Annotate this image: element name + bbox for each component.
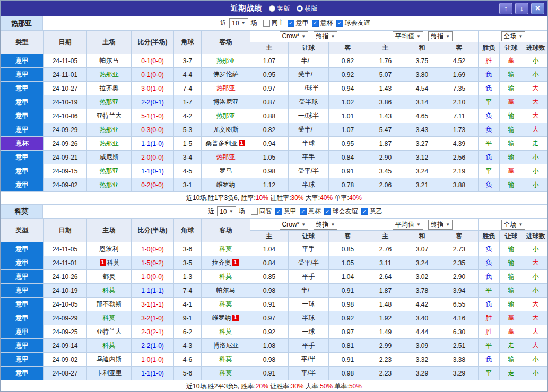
home-team: 热那亚 <box>87 68 132 82</box>
radio-icon[interactable] <box>297 5 303 12</box>
avg-home: 2.64 <box>367 270 404 284</box>
result-outcome: 负 <box>479 178 500 192</box>
odds-handicap: 一/球半 <box>289 109 329 123</box>
average-select[interactable]: 平均值▼ <box>393 220 423 230</box>
sub-header-goals: 进球数 <box>523 42 548 54</box>
team-name-text: 热那亚 <box>216 153 236 161</box>
match-count-select[interactable]: 10▼ <box>217 206 236 216</box>
checkbox-icon[interactable] <box>263 20 270 27</box>
checkbox-icon[interactable]: ✓ <box>288 20 294 27</box>
league-cell: 意甲 <box>1 367 44 380</box>
handicap-time-select[interactable]: 终指▼ <box>314 31 338 41</box>
score-cell: 0-1(0-0) <box>132 54 174 68</box>
team-name-text: 帕尔马 <box>216 286 236 294</box>
layout-radio-horizontal[interactable]: 横版 <box>297 4 318 13</box>
layout-radio-vertical[interactable]: 竖版 <box>269 4 290 13</box>
avg-away: 3.88 <box>440 178 479 192</box>
avg-home: 2.23 <box>367 353 404 367</box>
checkbox-icon[interactable]: ✓ <box>312 20 319 27</box>
result-goals: 小 <box>523 164 548 178</box>
close-icon: × <box>535 4 540 13</box>
result-goals: 小 <box>523 242 548 256</box>
result-handicap: 输 <box>500 68 523 82</box>
result-goals: 小 <box>523 284 548 298</box>
filter-checkbox-意杯[interactable]: ✓意杯 <box>300 207 321 216</box>
odds-home: 0.98 <box>250 353 289 367</box>
checkbox-icon[interactable]: ✓ <box>336 20 343 27</box>
sub-header-outcome: 胜负 <box>479 42 500 54</box>
radio-icon[interactable] <box>269 5 275 12</box>
filter-checkbox-意甲[interactable]: ✓意甲 <box>275 207 297 216</box>
team-name-text: 科莫 <box>220 355 232 363</box>
home-team: 拉齐奥 <box>87 82 132 95</box>
score-cell: 2-2(1-0) <box>132 339 174 353</box>
team-name-text: 科莫 <box>220 369 232 377</box>
checkbox-icon[interactable]: ✓ <box>300 208 307 215</box>
score-cell: 5-1(1-0) <box>132 109 174 123</box>
summary-segment: 大率: <box>304 382 320 390</box>
filter-checkboxes: 同客✓意甲✓意杯✓球会友谊✓意乙 <box>248 207 382 216</box>
result-outcome: 负 <box>479 68 500 82</box>
odds-home: 0.84 <box>250 256 289 270</box>
checkbox-icon[interactable]: ✓ <box>275 208 282 215</box>
avg-away: 4.16 <box>440 311 479 325</box>
date-cell: 24-11-01 <box>44 256 87 270</box>
checkbox-icon[interactable]: ✓ <box>324 208 331 215</box>
team-name-text: 帕尔马 <box>100 57 119 64</box>
average-time-select[interactable]: 终指▼ <box>428 220 453 230</box>
match-count-select[interactable]: 10▼ <box>229 18 248 28</box>
avg-home: 5.47 <box>367 123 404 137</box>
scroll-down-button[interactable]: ↓ <box>515 3 528 14</box>
chevron-down-icon: ▼ <box>446 222 450 227</box>
matches-table: 类型 日期 主场 比分(半场) 角球 客场 Crow*▼ 终指▼ 平均值▼ 终指… <box>1 30 548 192</box>
average-time-value: 终指 <box>431 32 443 41</box>
checkbox-icon[interactable] <box>251 208 258 215</box>
avg-away: 7.35 <box>440 82 479 95</box>
corners-cell: 3-5 <box>174 256 202 270</box>
filter-checkbox-球会友谊[interactable]: ✓球会友谊 <box>324 207 358 216</box>
league-cell: 意甲 <box>1 298 44 311</box>
bookmaker-select[interactable]: Crow*▼ <box>280 31 309 41</box>
avg-draw: 3.40 <box>404 311 440 325</box>
filter-checkbox-意乙[interactable]: ✓意乙 <box>361 207 382 216</box>
result-goals: 大 <box>523 325 548 339</box>
away-team: 桑普多利亚1 <box>202 137 250 151</box>
bookmaker-select[interactable]: Crow*▼ <box>280 220 309 230</box>
home-team: 卡利亚里 <box>87 367 132 380</box>
average-time-select[interactable]: 终指▼ <box>428 31 453 41</box>
handicap-time-select[interactable]: 终指▼ <box>314 220 338 230</box>
filter-bar: 近 10▼ 场 同客✓意甲✓意杯✓球会友谊✓意乙 <box>43 205 547 218</box>
close-button[interactable]: × <box>531 3 544 14</box>
filter-checkbox-同主[interactable]: 同主 <box>263 19 284 28</box>
filter-checkbox-意杯[interactable]: ✓意杯 <box>312 19 333 28</box>
result-handicap: 输 <box>500 137 523 151</box>
sub-header-odds-away: 客 <box>329 231 367 242</box>
fulltime-select[interactable]: 全场▼ <box>501 220 526 230</box>
league-cell: 意甲 <box>1 123 44 137</box>
filter-checkbox-同客[interactable]: 同客 <box>251 207 272 216</box>
result-goals: 小 <box>523 270 548 284</box>
match-row: 意甲24-11-011科莫1-5(0-2)3-5拉齐奥10.84受平/半1.05… <box>1 256 548 270</box>
result-handicap: 输 <box>500 109 523 123</box>
odds-away: 1.04 <box>329 270 367 284</box>
team-name-text: 乌迪内斯 <box>97 355 122 363</box>
scroll-up-button[interactable]: ↑ <box>499 3 512 14</box>
score-cell: 1-1(0-1) <box>132 164 174 178</box>
average-select[interactable]: 平均值▼ <box>393 31 423 41</box>
result-outcome: 负 <box>479 82 500 95</box>
odds-away: 0.82 <box>329 54 367 68</box>
recent-results-window: 近期战绩 竖版 横版 ↑ ↓ × 热那亚 近 10▼ 场 同主✓意甲✓意杯✓球会… <box>0 0 548 392</box>
filter-checkbox-球会友谊[interactable]: ✓球会友谊 <box>336 19 370 28</box>
filter-checkbox-意甲[interactable]: ✓意甲 <box>288 19 309 28</box>
col-header-corners: 角球 <box>174 31 202 54</box>
fulltime-select[interactable]: 全场▼ <box>501 31 526 41</box>
summary-segment: 近10场,胜2平3负5, 胜率: <box>186 382 256 390</box>
average-select-value: 平均值 <box>395 32 414 41</box>
date-cell: 24-08-27 <box>44 367 87 380</box>
avg-draw: 4.65 <box>404 109 440 123</box>
odds-handicap: 受半球 <box>289 95 329 109</box>
home-team: 那不勒斯 <box>87 298 132 311</box>
checkbox-icon[interactable]: ✓ <box>361 208 368 215</box>
avg-away: 3.38 <box>440 353 479 367</box>
match-row: 意甲24-08-27卡利亚里1-1(1-0)5-6科莫0.91平/半0.982.… <box>1 367 548 380</box>
